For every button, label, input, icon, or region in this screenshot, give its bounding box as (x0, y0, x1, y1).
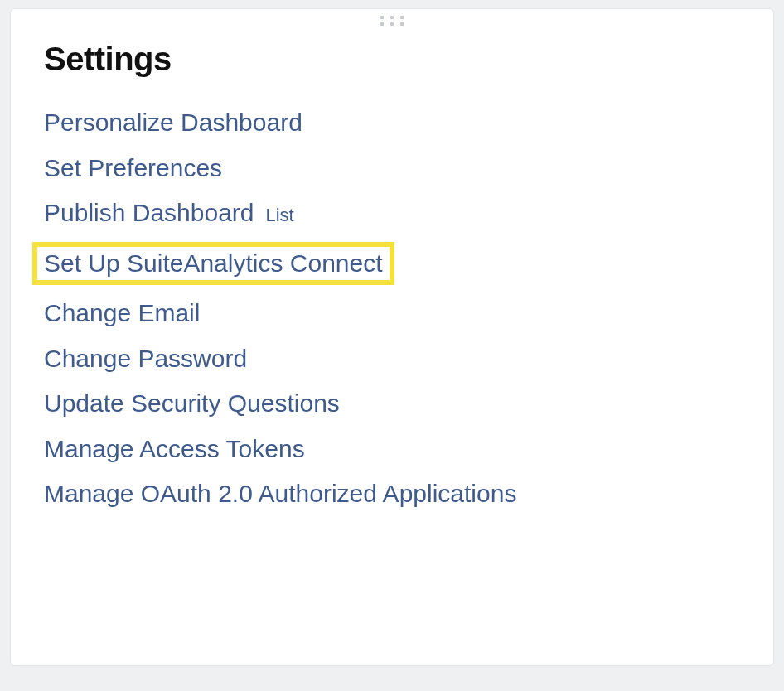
settings-panel: Settings Personalize DashboardSet Prefer… (10, 8, 774, 666)
settings-list-item: Personalize Dashboard (44, 106, 740, 140)
settings-item-publish-dashboard-sub[interactable]: List (266, 205, 294, 225)
settings-list-item: Publish DashboardList (44, 196, 740, 230)
settings-list-item: Set Up SuiteAnalytics Connect (44, 242, 740, 286)
panel-title: Settings (44, 41, 740, 78)
settings-item-update-security-questions[interactable]: Update Security Questions (44, 389, 340, 417)
settings-item-suiteanalytics-connect[interactable]: Set Up SuiteAnalytics Connect (44, 249, 383, 277)
settings-item-personalize-dashboard[interactable]: Personalize Dashboard (44, 109, 302, 136)
highlight-box: Set Up SuiteAnalytics Connect (32, 242, 394, 286)
settings-item-publish-dashboard[interactable]: Publish Dashboard (44, 199, 254, 226)
settings-item-change-password[interactable]: Change Password (44, 345, 247, 372)
settings-list-item: Manage OAuth 2.0 Authorized Applications (44, 477, 740, 511)
settings-list-item: Change Email (44, 297, 740, 331)
settings-list-item: Update Security Questions (44, 387, 740, 421)
settings-item-manage-oauth[interactable]: Manage OAuth 2.0 Authorized Applications (44, 480, 516, 507)
settings-list-item: Set Preferences (44, 152, 740, 186)
settings-list-item: Manage Access Tokens (44, 432, 740, 466)
settings-item-change-email[interactable]: Change Email (44, 299, 200, 326)
settings-item-set-preferences[interactable]: Set Preferences (44, 154, 222, 181)
settings-list-item: Change Password (44, 342, 740, 376)
settings-list: Personalize DashboardSet PreferencesPubl… (44, 106, 740, 511)
settings-item-manage-access-tokens[interactable]: Manage Access Tokens (44, 435, 305, 462)
drag-handle-icon[interactable] (380, 16, 404, 26)
